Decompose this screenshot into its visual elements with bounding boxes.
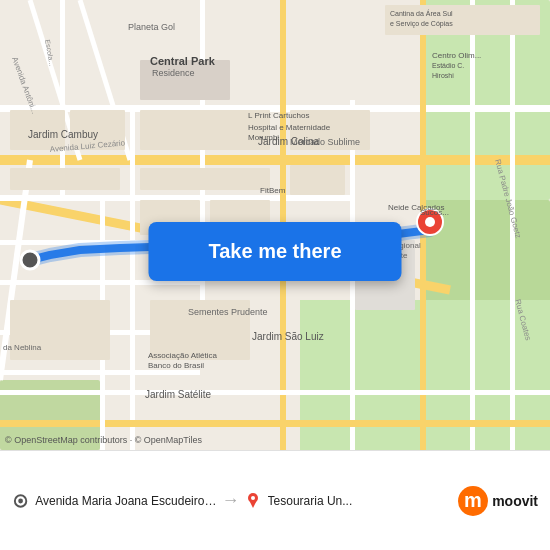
svg-text:Sementes Prudente: Sementes Prudente — [188, 307, 268, 317]
svg-rect-18 — [470, 0, 475, 450]
svg-rect-27 — [10, 168, 120, 190]
bottom-bar: Avenida Maria Joana Escudeiro R... → Tes… — [0, 450, 550, 550]
route-info: Avenida Maria Joana Escudeiro R... → Tes… — [12, 485, 538, 517]
svg-text:FitBem: FitBem — [260, 186, 286, 195]
svg-text:Cantina da Área Sul: Cantina da Área Sul — [390, 9, 453, 17]
svg-text:Hospital e Maternidade: Hospital e Maternidade — [248, 123, 331, 132]
svg-rect-35 — [290, 165, 345, 195]
svg-text:e Serviço de Cópias: e Serviço de Cópias — [390, 20, 453, 28]
svg-point-79 — [18, 498, 23, 503]
destination-icon — [244, 492, 262, 510]
svg-point-40 — [21, 251, 39, 269]
svg-text:Banco do Brasil: Banco do Brasil — [148, 361, 204, 370]
bottom-bar-content: Avenida Maria Joana Escudeiro R... → Tes… — [12, 485, 538, 517]
svg-text:Associação Atlética: Associação Atlética — [148, 351, 217, 360]
svg-text:Residence: Residence — [152, 68, 195, 78]
svg-text:Sucos...: Sucos... — [420, 208, 449, 217]
svg-rect-5 — [0, 155, 550, 165]
svg-text:Planeta Gol: Planeta Gol — [128, 22, 175, 32]
svg-text:m: m — [464, 489, 482, 511]
svg-text:da Neblina: da Neblina — [3, 343, 42, 352]
svg-rect-23 — [0, 390, 550, 395]
moovit-logo-icon: m — [457, 485, 489, 517]
svg-point-81 — [251, 496, 255, 500]
svg-text:Jardim Cambuy: Jardim Cambuy — [28, 129, 98, 140]
svg-rect-31 — [140, 168, 270, 190]
moovit-brand: m moovit — [457, 485, 538, 517]
origin-text: Avenida Maria Joana Escudeiro R... — [35, 494, 217, 508]
map-container: Central Park Residence Jardim Cambuy Jar… — [0, 0, 550, 450]
svg-text:Hiroshi: Hiroshi — [432, 72, 454, 79]
destination-text: Tesouraria Un... — [268, 494, 353, 508]
svg-text:Centro Olim...: Centro Olim... — [432, 51, 481, 60]
destination-location: Tesouraria Un... — [244, 492, 450, 510]
moovit-text: moovit — [492, 493, 538, 509]
take-me-there-button[interactable]: Take me there — [148, 222, 401, 281]
svg-text:© OpenStreetMap contributors ·: © OpenStreetMap contributors · © OpenMap… — [5, 435, 203, 445]
svg-text:Morumbi: Morumbi — [248, 133, 279, 142]
route-arrow: → — [222, 490, 240, 511]
svg-text:Mercado Sublime: Mercado Sublime — [290, 137, 360, 147]
svg-text:Estádio C.: Estádio C. — [432, 62, 464, 69]
origin-location: Avenida Maria Joana Escudeiro R... — [12, 492, 218, 510]
svg-point-42 — [425, 217, 435, 227]
svg-marker-82 — [250, 502, 256, 508]
svg-text:Jardim Satélite: Jardim Satélite — [145, 389, 212, 400]
origin-icon — [12, 492, 29, 510]
svg-rect-22 — [0, 420, 550, 427]
svg-text:Central Park: Central Park — [150, 55, 216, 67]
svg-text:Jardim São Luiz: Jardim São Luiz — [252, 331, 324, 342]
svg-text:L Print Cartuchos: L Print Cartuchos — [248, 111, 310, 120]
